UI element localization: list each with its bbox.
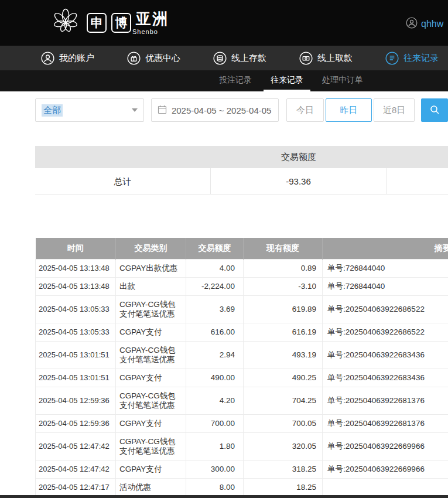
nav-item-withdraw[interactable]: 线上取款 [299,52,353,65]
table-cell: 2025-04-05 13:05:33 [36,295,116,323]
column-header-time: 时间 [36,238,116,259]
lotus-flower-icon [49,5,82,40]
table-row: 2025-04-05 13:13:48CGPAY出款优惠4.000.89单号:7… [36,259,448,277]
table-cell: CGPAY支付 [116,323,186,341]
table-cell: 4.00 [186,259,244,277]
transactions-body: 2025-04-05 13:13:48CGPAY出款优惠4.000.89单号:7… [36,259,448,496]
yesterday-button[interactable]: 昨日 [326,98,372,122]
nav-item-my-account[interactable]: 我的账户 [41,52,94,65]
nav-item-promotions[interactable]: 优惠中心 [127,52,180,65]
user-avatar-icon [406,17,418,31]
table-cell: CGPAY-CG钱包支付笔笔送优惠 [116,432,186,460]
brand-text: 亚洲 Shenbo [136,11,169,35]
user-account[interactable]: qhhw [406,17,443,31]
table-row: 2025-04-05 13:01:51CGPAY支付490.00490.25单号… [36,369,448,387]
table-row: 2025-04-05 13:13:48出款-2,224.00-3.10单号:72… [36,277,448,295]
table-cell: 700.00 [186,414,244,432]
top-header: 申 博 亚洲 Shenbo qhhw [0,0,448,46]
table-cell: CGPAY-CG钱包支付笔笔送优惠 [116,341,186,369]
table-cell: 318.25 [244,460,323,478]
table-header-row: 时间 交易类别 交易额度 现有额度 摘要 [36,238,448,259]
table-cell: 493.19 [244,341,323,369]
table-cell: 活动优惠 [116,478,186,496]
table-cell: 单号:726844040 [323,277,448,295]
table-cell: 616.19 [244,323,323,341]
sub-nav: 投注记录 往来记录 处理中订单 [0,70,448,91]
table-cell: 2025-04-05 12:47:17 [36,478,116,496]
table-cell: 18.25 [244,478,323,496]
records-icon [385,52,399,65]
table-cell: 0.89 [244,259,323,277]
summary-header-row: 交易额度 [35,146,448,168]
table-cell: 2025-04-05 13:01:51 [36,341,116,369]
table-row: 2025-04-05 12:59:36CGPAY支付700.00700.05单号… [36,414,448,432]
summary-total-label: 总计 [35,168,211,195]
page: 申 博 亚洲 Shenbo qhhw [0,0,448,498]
brand-name-cn: 亚洲 [136,11,169,26]
search-button[interactable] [421,98,448,122]
column-header-amount: 交易额度 [186,238,244,259]
table-cell: CGPAY支付 [116,369,186,387]
table-cell: 2025-04-05 12:47:42 [36,432,116,460]
nav-item-label: 优惠中心 [145,53,180,64]
table-cell: 单号:202504063922683436 [323,369,448,387]
table-cell: 300.00 [186,460,244,478]
date-range-value: 2025-04-05 ~ 2025-04-05 [172,105,272,115]
table-cell: 3.69 [186,295,244,323]
column-header-summary: 摘要 [323,238,448,259]
logo-char-box: 博 [111,13,131,33]
table-cell: 单号:202504063922686522 [323,295,448,323]
table-cell: 单号:202504063922669966 [323,460,448,478]
selected-type: 全部 [42,104,63,117]
table-cell: 单号:202504063922683436 [323,341,448,369]
table-cell: CGPAY出款优惠 [116,259,186,277]
table-cell: CGPAY-CG钱包支付笔笔送优惠 [116,387,186,414]
table-cell [323,478,448,496]
table-row: 2025-04-05 13:05:33CGPAY-CG钱包支付笔笔送优惠3.69… [36,295,448,323]
table-cell: CGPAY支付 [116,460,186,478]
today-button[interactable]: 今日 [286,98,324,122]
nav-item-label: 线上取款 [317,53,353,64]
summary-empty-cell [387,168,448,195]
transaction-type-select[interactable]: 全部 [35,98,144,122]
table-cell: 4.20 [186,387,244,414]
table-cell: 2025-04-05 13:01:51 [36,369,116,387]
table-row: 2025-04-05 13:01:51CGPAY-CG钱包支付笔笔送优惠2.94… [36,341,448,369]
main-nav: 我的账户 优惠中心 线上存款 [0,46,448,70]
column-header-type: 交易类别 [116,238,186,259]
table-cell: 8.00 [186,478,244,496]
withdraw-icon [299,52,313,65]
table-cell: 320.05 [244,432,323,460]
table-row: 2025-04-05 12:47:17活动优惠8.0018.25 [36,478,448,496]
table-cell: 2025-04-05 12:59:36 [36,414,116,432]
nav-item-records[interactable]: 往来记录 [385,52,439,65]
table-row: 2025-04-05 12:47:42CGPAY-CG钱包支付笔笔送优惠1.80… [36,432,448,460]
table-row: 2025-04-05 12:59:36CGPAY-CG钱包支付笔笔送优惠4.20… [36,387,448,414]
table-cell: 704.25 [244,387,323,414]
nav-item-label: 我的账户 [59,53,94,64]
table-cell: -2,224.00 [186,277,244,295]
table-cell: 619.89 [244,295,323,323]
brand-logo[interactable]: 申 博 亚洲 Shenbo [49,5,169,40]
last-8-days-button[interactable]: 近8日 [374,98,415,122]
calendar-icon [158,105,167,116]
table-cell: 1.80 [186,432,244,460]
table-cell: CGPAY-CG钱包支付笔笔送优惠 [116,295,186,323]
nav-item-deposit[interactable]: 线上存款 [213,52,266,65]
subnav-item-processing-orders[interactable]: 处理中订单 [315,70,370,91]
table-cell: 2.94 [186,341,244,369]
summary-header-label: 交易额度 [211,152,387,163]
subnav-item-transaction-records[interactable]: 往来记录 [264,70,310,91]
table-row: 2025-04-05 12:47:42CGPAY支付300.00318.25单号… [36,460,448,478]
summary-table: 交易额度 总计 -93.36 [35,146,448,195]
table-cell: 单号:726844040 [323,259,448,277]
table-cell: 单号:202504063922686522 [323,323,448,341]
subnav-item-betting-records[interactable]: 投注记录 [212,70,259,91]
footer-strip [0,495,448,498]
table-cell: 490.25 [244,369,323,387]
table-cell: 出款 [116,277,186,295]
date-range-input[interactable]: 2025-04-05 ~ 2025-04-05 [151,98,279,122]
deposit-icon [213,52,227,65]
table-cell: 单号:202504063922681376 [323,414,448,432]
brand-name-en: Shenbo [132,29,169,35]
